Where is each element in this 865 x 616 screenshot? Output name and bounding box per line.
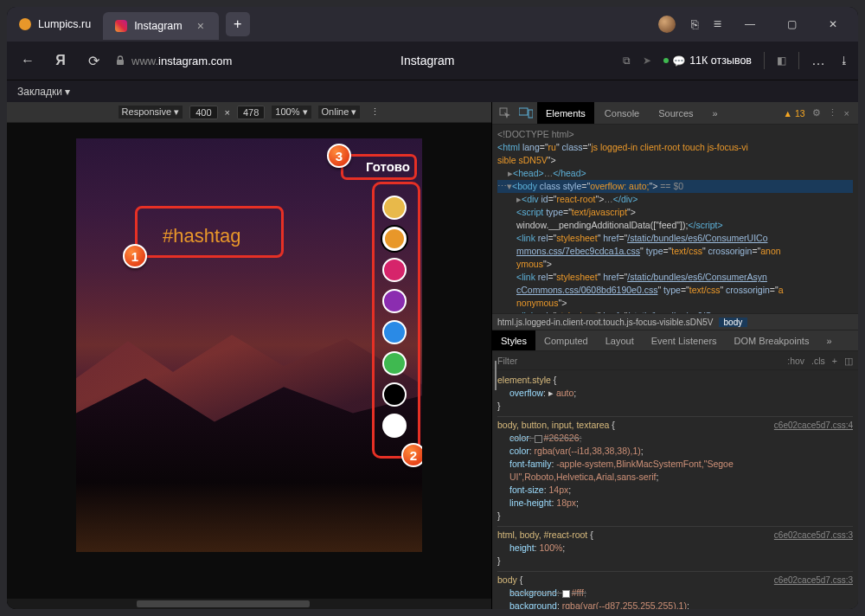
warnings-badge[interactable]: ▲ 13 <box>784 108 805 119</box>
sync-icon[interactable]: ⎘ <box>691 17 698 31</box>
svg-rect-3 <box>529 110 533 118</box>
reviews-badge[interactable]: 💬11К отзывов <box>663 55 752 67</box>
kebab-icon[interactable]: ⋮ <box>828 107 837 119</box>
tab-sources[interactable]: Sources <box>650 102 702 124</box>
download-icon[interactable]: ⭳ <box>839 55 849 67</box>
breadcrumb[interactable]: html.js.logged-in.client-root.touch.js-f… <box>492 313 858 330</box>
minimize-button[interactable]: — <box>737 11 763 37</box>
svg-rect-2 <box>519 108 528 115</box>
share-icon[interactable]: ⧉ <box>623 55 631 67</box>
tab-console[interactable]: Console <box>596 102 648 124</box>
styles-pane[interactable]: element.style { overflow: ▸ auto; } c6e0… <box>492 370 858 609</box>
device-select[interactable]: Responsive ▾ <box>119 106 183 119</box>
bookmarks-bar: Закладки ▾ <box>7 80 858 102</box>
hov-toggle[interactable]: :hov <box>787 356 804 366</box>
tab-elements[interactable]: Elements <box>537 102 594 124</box>
tab-label: Instagram <box>134 20 183 32</box>
more-button[interactable]: … <box>811 53 827 68</box>
favicon-instagram <box>115 20 127 32</box>
menu-icon[interactable]: ≡ <box>714 16 721 32</box>
color-swatch-6[interactable] <box>382 351 407 375</box>
elements-tree[interactable]: <!DOCTYPE html> <html lang="ru" class="j… <box>492 125 858 313</box>
device-toolbar: Responsive ▾ 400 × 478 100% ▾ Online ▾ ⋮ <box>7 102 491 123</box>
cls-toggle[interactable]: .cls <box>811 356 825 366</box>
svg-rect-0 <box>117 60 124 65</box>
annotation-badge-2: 2 <box>401 443 422 467</box>
tab-lumpics[interactable]: Lumpics.ru <box>7 10 103 38</box>
page-title: Instagram <box>240 54 614 67</box>
back-button[interactable]: ← <box>16 48 40 73</box>
devtools-panel: Elements Console Sources » ▲ 13 ⚙ ⋮ × <!… <box>491 102 858 609</box>
close-icon[interactable]: × <box>844 108 849 119</box>
page-viewport: Responsive ▾ 400 × 478 100% ▾ Online ▾ ⋮… <box>7 102 491 609</box>
inspect-icon[interactable] <box>496 107 515 119</box>
bookmarks-label[interactable]: Закладки ▾ <box>17 86 70 98</box>
tab-more[interactable]: » <box>817 330 840 350</box>
kebab-icon[interactable]: ⋮ <box>370 106 380 118</box>
tab-layout[interactable]: Layout <box>597 330 643 350</box>
resize-handle[interactable] <box>495 361 500 390</box>
lock-icon <box>114 55 126 67</box>
close-button[interactable]: ✕ <box>820 11 846 37</box>
close-icon[interactable]: × <box>195 20 207 32</box>
address-bar: ← Я ⟳ www.instagram.com Instagram ⧉ ➤ 💬1… <box>7 42 858 80</box>
horizontal-scrollbar[interactable] <box>7 599 491 609</box>
phone-canvas: Готово #hashtag 1 2 3 <box>76 138 422 552</box>
annotation-badge-1: 1 <box>123 244 147 268</box>
color-swatch-7[interactable] <box>382 382 407 407</box>
color-swatch-1[interactable] <box>382 196 407 220</box>
add-rule-icon[interactable]: + <box>832 356 837 366</box>
favicon-lumpics <box>19 18 31 30</box>
url-text: www.instagram.com <box>131 55 232 67</box>
annotation-badge-3: 3 <box>327 144 351 168</box>
new-tab-button[interactable]: + <box>226 12 250 36</box>
zoom-select[interactable]: 100% ▾ <box>272 106 311 119</box>
color-swatch-2[interactable] <box>382 227 407 251</box>
reload-button[interactable]: ⟳ <box>81 48 106 73</box>
bookmark-icon[interactable]: ◧ <box>777 55 786 67</box>
height-input[interactable]: 478 <box>237 106 265 119</box>
color-swatch-8[interactable] <box>382 414 407 438</box>
compass-icon[interactable]: ➤ <box>643 55 651 67</box>
color-swatch-5[interactable] <box>382 320 407 344</box>
device-icon[interactable] <box>516 107 535 119</box>
tab-computed[interactable]: Computed <box>535 330 597 350</box>
done-button[interactable]: Готово <box>366 159 410 174</box>
hashtag-text[interactable]: #hashtag <box>147 216 257 256</box>
width-input[interactable]: 400 <box>189 106 217 119</box>
tab-label: Lumpics.ru <box>38 18 91 30</box>
box-icon[interactable]: ◫ <box>844 356 853 366</box>
tab-listeners[interactable]: Event Listeners <box>643 330 726 350</box>
network-select[interactable]: Online ▾ <box>318 106 361 119</box>
url-box[interactable]: www.instagram.com <box>114 55 232 67</box>
gear-icon[interactable]: ⚙ <box>812 107 821 119</box>
filter-input[interactable]: Filter <box>497 356 517 366</box>
profile-avatar[interactable] <box>658 16 676 33</box>
tab-instagram[interactable]: Instagram × <box>103 12 219 40</box>
color-swatch-3[interactable] <box>382 258 407 282</box>
tab-styles[interactable]: Styles <box>492 330 535 350</box>
color-picker <box>374 187 415 446</box>
titlebar: Lumpics.ru Instagram × + ⎘ ≡ — ▢ ✕ <box>7 7 858 42</box>
color-swatch-4[interactable] <box>382 289 407 313</box>
maximize-button[interactable]: ▢ <box>778 11 804 37</box>
tab-dom-bp[interactable]: DOM Breakpoints <box>726 330 818 350</box>
styles-filter: Filter :hov .cls + ◫ <box>492 351 858 370</box>
devtools-tabs: Elements Console Sources » ▲ 13 ⚙ ⋮ × <box>492 102 858 125</box>
yandex-button[interactable]: Я <box>48 48 73 73</box>
tab-more[interactable]: » <box>704 102 727 124</box>
styles-tabs: Styles Computed Layout Event Listeners D… <box>492 330 858 351</box>
